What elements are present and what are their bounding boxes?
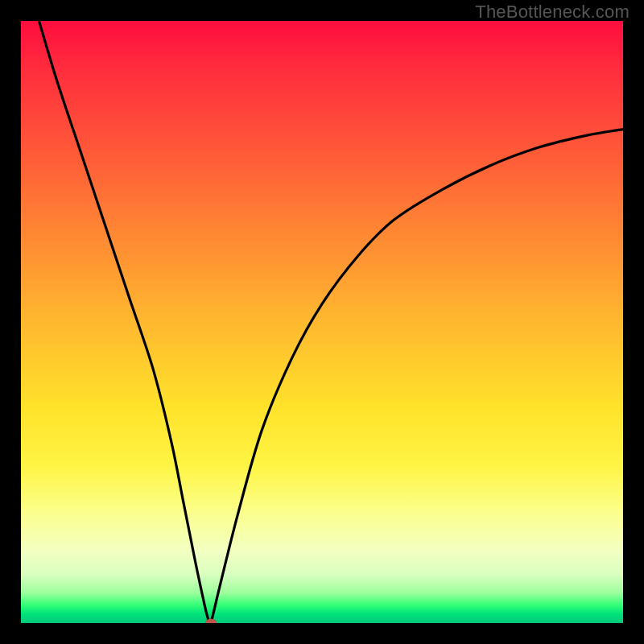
bottleneck-curve xyxy=(21,21,623,623)
watermark-text: TheBottleneck.com xyxy=(475,2,630,23)
chart-frame: TheBottleneck.com xyxy=(0,0,644,644)
min-point-marker xyxy=(205,619,217,624)
plot-area xyxy=(21,21,623,623)
